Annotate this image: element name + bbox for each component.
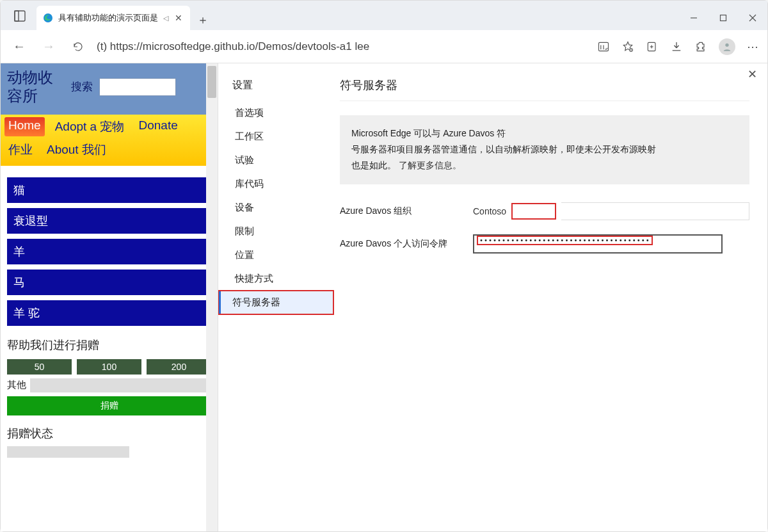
donate-status-bar: [7, 446, 129, 458]
favorite-icon[interactable]: [621, 40, 634, 53]
new-tab-button[interactable]: ＋: [193, 10, 213, 30]
org-value: Contoso: [473, 206, 506, 216]
donate-50-button[interactable]: 50: [7, 359, 72, 375]
url-text: (t) https://microsoftedge.github.io/Demo…: [97, 40, 369, 53]
site-logo: 动物收 容所: [7, 69, 65, 106]
sidebar-item-preferences[interactable]: 首选项: [232, 101, 333, 125]
list-item[interactable]: 衰退型: [7, 208, 211, 234]
list-item[interactable]: 马: [7, 270, 211, 295]
close-window-button[interactable]: [738, 6, 767, 30]
learn-more-link[interactable]: 了解更多信息。: [399, 160, 461, 170]
logo-line2: 容所: [7, 87, 65, 106]
edge-icon: [43, 13, 53, 23]
search-label: 搜索: [71, 79, 93, 94]
sidebar-item-device[interactable]: 设备: [232, 196, 333, 220]
list-item[interactable]: 猫: [7, 177, 211, 203]
pat-field: Azure Davos 个人访问令牌 •••••••••••••••••••••…: [340, 234, 749, 254]
donate-heading: 帮助我们进行捐赠: [7, 337, 211, 353]
settings-sidebar: 设置 首选项 工作区 试验 库代码 设备 限制 位置 快捷方式 符号服务器: [218, 63, 333, 531]
sidebar-item-library[interactable]: 库代码: [232, 172, 333, 196]
nav-about[interactable]: About 我们: [43, 140, 110, 159]
scrollbar-thumb[interactable]: [207, 66, 216, 98]
settings-heading: 设置: [232, 79, 333, 92]
nav-home[interactable]: Home: [4, 117, 45, 136]
maximize-button[interactable]: [708, 6, 738, 30]
forward-button[interactable]: →: [38, 36, 60, 58]
address-bar[interactable]: (t) https://microsoftedge.github.io/Demo…: [97, 35, 589, 58]
sidebar-item-workspace[interactable]: 工作区: [232, 125, 333, 149]
svg-rect-1: [15, 11, 19, 21]
donate-other-label: 其他: [7, 379, 26, 391]
pat-label: Azure Davos 个人访问令牌: [340, 238, 468, 250]
browser-window: 具有辅助功能的演示页面是 ◁ ✕ ＋ ← → (t) https://micro…: [0, 0, 768, 532]
pat-value: ••••••••••••••••••••••••••••••••••••••: [477, 236, 653, 245]
org-input[interactable]: [561, 202, 749, 220]
category-list: 猫 衰退型 羊 马 羊 驼: [1, 166, 218, 332]
tab-strip: 具有辅助功能的演示页面是 ◁ ✕ ＋: [1, 1, 767, 30]
close-settings-button[interactable]: ✕: [748, 67, 757, 81]
demo-page: 动物收 容所 搜索 Home Adopt a 宠物 Donate 作业 Abou…: [1, 63, 218, 531]
svg-rect-0: [15, 11, 25, 21]
close-tab-button[interactable]: ✕: [173, 13, 184, 23]
org-field: Azure Davos 组织 Contoso: [340, 202, 749, 220]
donate-other-input[interactable]: [30, 378, 211, 392]
content-area: 动物收 容所 搜索 Home Adopt a 宠物 Donate 作业 Abou…: [1, 63, 767, 531]
info-line: Microsoft Edge 可以与 Azure Davos 符: [351, 125, 738, 141]
svg-point-14: [725, 43, 728, 46]
info-line: 也是如此。: [351, 160, 396, 170]
demo-header: 动物收 容所 搜索: [1, 63, 218, 115]
tab-title: 具有辅助功能的演示页面是: [58, 12, 158, 24]
more-icon[interactable]: ⋯: [747, 40, 760, 54]
scrollbar-track[interactable]: [206, 63, 218, 531]
back-button[interactable]: ←: [8, 36, 30, 58]
collections-icon[interactable]: [646, 40, 659, 53]
tab-audio-icon: ◁: [163, 14, 168, 22]
svg-rect-4: [721, 15, 726, 21]
browser-tab[interactable]: 具有辅助功能的演示页面是 ◁ ✕: [36, 6, 190, 30]
nav-jobs[interactable]: 作业: [4, 140, 36, 159]
sidebar-item-throttling[interactable]: 限制: [232, 220, 333, 243]
demo-nav: Home Adopt a 宠物 Donate 作业 About 我们: [1, 115, 218, 166]
sidebar-item-locations[interactable]: 位置: [232, 243, 333, 267]
pat-input[interactable]: ••••••••••••••••••••••••••••••••••••••: [473, 234, 723, 254]
list-item[interactable]: 羊 驼: [7, 300, 211, 326]
sidebar-item-symbol-server[interactable]: 符号服务器: [218, 291, 333, 314]
settings-panel: ✕ 符号服务器 Microsoft Edge 可以与 Azure Davos 符…: [333, 63, 767, 531]
tab-overview-button[interactable]: [6, 2, 34, 30]
window-controls: [679, 6, 767, 30]
browser-toolbar: ← → (t) https://microsoftedge.github.io/…: [1, 30, 767, 63]
list-item[interactable]: 羊: [7, 239, 211, 264]
sidebar-item-shortcuts[interactable]: 快捷方式: [232, 267, 333, 291]
minimize-button[interactable]: [679, 6, 708, 30]
search-input[interactable]: [99, 78, 176, 96]
reader-icon[interactable]: [597, 40, 610, 53]
org-label: Azure Davos 组织: [340, 206, 468, 217]
info-line: 号服务器和项目服务器管道通信，以自动解析源映射，即使未公开发布源映射: [351, 141, 738, 157]
nav-adopt[interactable]: Adopt a 宠物: [51, 117, 129, 136]
profile-avatar[interactable]: [719, 38, 735, 55]
org-input-highlight[interactable]: [511, 203, 556, 220]
donate-200-button[interactable]: 200: [147, 359, 211, 375]
nav-donate[interactable]: Donate: [134, 117, 181, 136]
extensions-icon[interactable]: [694, 40, 707, 53]
refresh-button[interactable]: [67, 36, 89, 58]
devtools-settings: 设置 首选项 工作区 试验 库代码 设备 限制 位置 快捷方式 符号服务器 ✕ …: [218, 63, 767, 531]
divider: [340, 101, 749, 101]
donate-status-heading: 捐赠状态: [7, 426, 211, 441]
donate-submit-button[interactable]: 捐赠: [7, 396, 211, 415]
panel-title: 符号服务器: [340, 77, 749, 93]
info-box: Microsoft Edge 可以与 Azure Davos 符 号服务器和项目…: [340, 115, 749, 184]
donate-100-button[interactable]: 100: [77, 359, 141, 375]
downloads-icon[interactable]: [670, 40, 683, 53]
sidebar-item-experiments[interactable]: 试验: [232, 149, 333, 172]
logo-line1: 动物收: [7, 69, 65, 87]
donate-section: 帮助我们进行捐赠 50 100 200 其他 捐赠 捐赠状态: [1, 332, 218, 460]
